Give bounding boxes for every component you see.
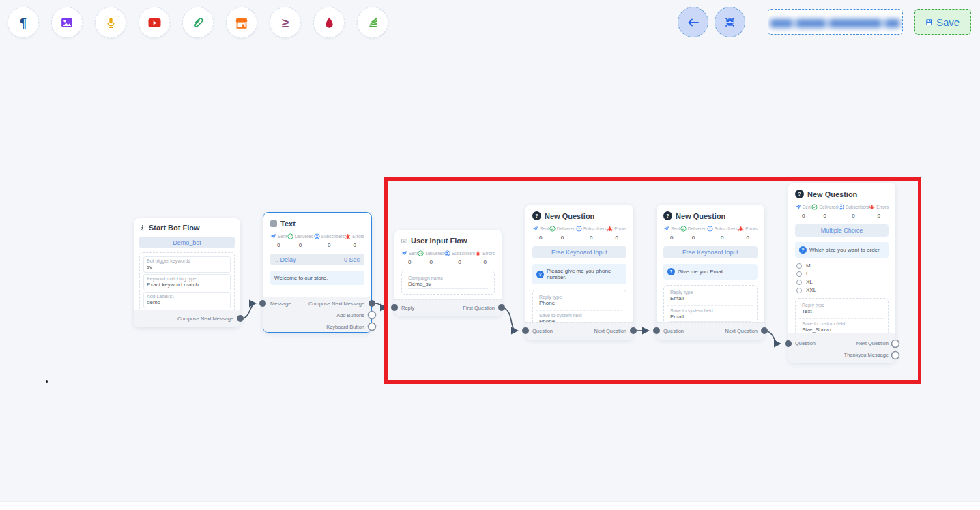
question-text: Which size you want to order.	[809, 247, 881, 253]
delivered-count: 0	[429, 259, 432, 265]
node-new-question-email[interactable]: ? New Question Sent0 Delivered0 Subscrib…	[657, 205, 764, 340]
compress-icon	[725, 17, 735, 27]
port-label-next-question: Next Question	[725, 328, 758, 334]
question-text: Please give me you phone number.	[547, 268, 622, 280]
field-label: Bot trigger keywords	[147, 258, 227, 263]
radio-icon	[796, 271, 802, 277]
bot-name-button[interactable]: Demo_bot	[139, 237, 235, 248]
droplet-element-button[interactable]	[313, 7, 345, 38]
field-value: demo	[147, 299, 227, 305]
question-bubble[interactable]: ? Please give me you phone number.	[532, 264, 626, 284]
node-header: ? New Question	[532, 211, 626, 220]
port-label-first-question: First Question	[463, 305, 495, 311]
errors-icon	[345, 233, 351, 239]
save-button-label: Save	[936, 16, 960, 28]
delivered-icon	[418, 250, 424, 256]
node-user-input-flow[interactable]: User Input Flow Sent0 Delivered0 Subscri…	[394, 230, 502, 316]
subscribers-count: 0	[328, 242, 330, 248]
file-element-button[interactable]	[182, 7, 214, 38]
delay-value: 0 Sec	[344, 256, 360, 263]
question-bubble[interactable]: ? Give me you Email.	[663, 264, 758, 280]
sent-icon	[401, 250, 407, 256]
reply-type-field[interactable]: Reply type Text	[799, 301, 884, 319]
field-value: Phone	[539, 300, 620, 308]
stack-icon	[367, 17, 379, 29]
delivered-icon	[549, 226, 556, 232]
subscribers-count: 0	[590, 235, 592, 241]
floppy-disk-icon	[926, 19, 932, 25]
campaign-name-field[interactable]: Campaign name Demo_sv	[405, 274, 491, 291]
option-label: XL	[806, 279, 813, 285]
question-type-button[interactable]: Free Keyboard Input	[663, 246, 758, 258]
node-title: User Input Flow	[411, 237, 467, 245]
back-button[interactable]	[678, 7, 708, 38]
errors-icon	[869, 204, 875, 210]
radio-icon	[796, 280, 802, 285]
question-icon: ?	[795, 190, 804, 198]
delivered-count: 0	[823, 213, 826, 219]
option-m[interactable]: M	[796, 262, 887, 269]
node-footer: Compose Next Message	[134, 310, 240, 327]
port-label-compose-next-message: Compose Next Message	[308, 301, 364, 307]
reply-type-field[interactable]: Reply type Email	[667, 288, 753, 306]
radio-icon	[796, 288, 802, 293]
option-label: M	[806, 262, 811, 269]
errors-count: 0	[615, 235, 618, 241]
question-type-button[interactable]: Free Keyboard Input	[532, 246, 626, 258]
text-block-icon	[270, 220, 277, 227]
condition-element-button[interactable]: ≥	[270, 7, 301, 38]
option-l[interactable]: L	[796, 270, 887, 278]
reply-type-field[interactable]: Reply type Phone	[536, 293, 622, 311]
message-text: Welcome to our store.	[274, 275, 328, 281]
subscribers-icon	[444, 250, 450, 256]
field-value: Email	[670, 295, 751, 303]
ecommerce-element-button[interactable]	[226, 7, 257, 38]
text-element-button[interactable]: ¶	[8, 7, 39, 38]
save-button[interactable]: Save	[914, 9, 971, 35]
radio-icon	[796, 263, 802, 269]
image-icon	[61, 16, 73, 29]
question-bubble[interactable]: ? Which size you want to order.	[795, 242, 889, 258]
delivered-count: 0	[692, 235, 695, 241]
option-xl[interactable]: XL	[796, 278, 887, 286]
node-footer: Question Next Question Thankyou Message	[788, 333, 895, 363]
option-xxl[interactable]: XXL	[796, 286, 887, 294]
element-toolbar: ¶ ≥	[8, 7, 388, 38]
node-new-question-size[interactable]: ? New Question Sent0 Delivered0 Subscrib…	[788, 183, 895, 363]
port-label-compose-next-message: Compose Next Message	[177, 316, 233, 322]
port-label-question: Question	[532, 328, 553, 334]
flow-title-input[interactable]: ▆▆▆ ▆▆▆▆ ▆▆▆▆▆▆▆ ▆▆	[768, 9, 903, 35]
port-label-thankyou-message: Thankyou Message	[844, 352, 889, 358]
droplet-icon	[324, 17, 334, 29]
question-bubble-icon: ?	[667, 268, 675, 275]
stack-element-button[interactable]	[357, 7, 388, 38]
node-start-bot-flow[interactable]: Start Bot Flow Demo_bot Bot trigger keyw…	[134, 218, 240, 327]
bottom-scroll-strip[interactable]	[0, 501, 980, 510]
image-element-button[interactable]	[51, 7, 83, 38]
question-type-button[interactable]: Multiple Choice	[795, 224, 889, 237]
stats-row: Sent0 Delivered0 Subscribers0 Errors0	[532, 226, 626, 241]
add-labels-field[interactable]: Add Label(s) demo	[143, 292, 231, 308]
node-new-question-phone[interactable]: ? New Question Sent0 Delivered0 Subscrib…	[525, 205, 633, 340]
video-element-button[interactable]	[139, 7, 170, 38]
audio-element-button[interactable]	[95, 7, 126, 38]
message-bubble[interactable]: Welcome to our store.	[270, 271, 364, 285]
port-label-next-question: Next Question	[594, 328, 626, 334]
errors-icon	[607, 226, 613, 232]
field-label: Save to custom field	[802, 321, 882, 326]
node-header: Text	[270, 220, 364, 228]
delay-setting[interactable]: .. Delay 0 Sec	[270, 254, 364, 265]
field-value: sv	[147, 264, 227, 270]
arrow-left-icon	[687, 18, 700, 27]
keyword-matching-type-field[interactable]: Keyword matching type Exact keyword matc…	[143, 274, 231, 290]
errors-count: 0	[353, 242, 356, 248]
port-label-question: Question	[795, 340, 816, 346]
node-footer: Question Next Question	[525, 322, 633, 340]
node-text[interactable]: Text Sent0 Delivered0 Subscribers0 Error…	[263, 212, 372, 333]
subscribers-count: 0	[721, 235, 723, 241]
stats-row: Sent0 Delivered0 Subscribers0 Errors0	[270, 233, 364, 248]
fit-view-button[interactable]	[715, 7, 745, 38]
bot-trigger-keywords-field[interactable]: Bot trigger keywords sv	[143, 256, 231, 273]
node-footer: Question Next Question	[657, 322, 764, 340]
sent-count: 0	[408, 259, 411, 265]
